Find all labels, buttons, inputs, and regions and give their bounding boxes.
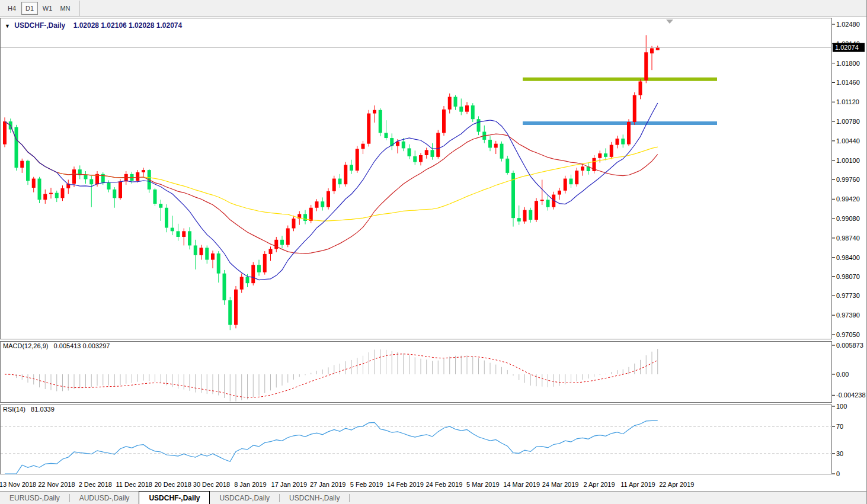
candle — [292, 219, 296, 228]
candle — [644, 52, 648, 80]
candle — [471, 105, 475, 119]
svg-text:1.02074: 1.02074 — [835, 44, 859, 51]
candle — [517, 218, 521, 221]
candle — [234, 290, 238, 325]
candle — [113, 190, 116, 198]
svg-text:0.99420: 0.99420 — [836, 195, 860, 203]
candle — [89, 179, 93, 185]
candle — [361, 144, 365, 149]
svg-text:24 Feb 2019: 24 Feb 2019 — [426, 481, 463, 488]
candle — [465, 105, 469, 112]
svg-text:14 Feb 2019: 14 Feb 2019 — [387, 481, 424, 488]
svg-text:1.01460: 1.01460 — [836, 79, 860, 86]
candle — [188, 231, 191, 245]
candle — [20, 161, 24, 168]
candle — [38, 179, 41, 200]
svg-text:5 Mar 2019: 5 Mar 2019 — [466, 481, 500, 488]
candle — [506, 159, 509, 173]
candle — [546, 200, 550, 207]
candle — [535, 201, 538, 220]
candle — [107, 182, 111, 190]
candle — [436, 133, 440, 157]
svg-text:11 Dec 2018: 11 Dec 2018 — [116, 481, 152, 488]
candle — [459, 107, 463, 112]
candle — [200, 248, 203, 255]
candle — [379, 110, 382, 133]
svg-text:17 Jan 2019: 17 Jan 2019 — [271, 481, 308, 488]
candle — [413, 156, 417, 162]
svg-text:1.01800: 1.01800 — [836, 60, 860, 67]
svg-text:13 Nov 2018: 13 Nov 2018 — [0, 481, 36, 488]
price-chart-canvas[interactable]: 1.024801.021401.018001.014601.011201.007… — [0, 0, 867, 504]
svg-text:1.01120: 1.01120 — [836, 98, 859, 105]
candle — [529, 210, 532, 220]
candle — [344, 165, 347, 184]
svg-text:0.98740: 0.98740 — [836, 235, 860, 242]
candle — [26, 161, 30, 181]
candle — [570, 179, 573, 185]
svg-text:0: 0 — [836, 470, 840, 477]
candle — [402, 142, 405, 149]
candle — [55, 193, 59, 198]
candle — [171, 228, 174, 232]
svg-text:20 Dec 2018: 20 Dec 2018 — [154, 481, 191, 488]
candle — [211, 253, 215, 260]
svg-text:22 Apr 2019: 22 Apr 2019 — [659, 481, 694, 488]
mt4-terminal-window: { "toolbar": { "buttons": [ {"label": "H… — [0, 0, 867, 504]
candle — [217, 253, 220, 274]
candle — [650, 49, 654, 54]
candle — [269, 249, 273, 254]
candle — [240, 277, 244, 290]
svg-text:1.02480: 1.02480 — [836, 21, 860, 28]
candle — [165, 208, 168, 228]
candle — [72, 169, 76, 184]
candle — [303, 214, 307, 221]
candle — [385, 133, 388, 138]
candle — [84, 175, 88, 179]
candle — [477, 119, 481, 131]
candle — [488, 140, 492, 148]
candle — [3, 121, 7, 145]
candle — [350, 165, 353, 171]
candle — [182, 231, 185, 237]
svg-text:0.99080: 0.99080 — [836, 215, 860, 222]
svg-text:2 Dec 2018: 2 Dec 2018 — [79, 481, 112, 488]
candle — [442, 110, 446, 133]
candle — [61, 188, 65, 198]
candle — [142, 170, 145, 172]
candle — [177, 231, 180, 237]
candle — [621, 139, 625, 145]
candle — [32, 179, 36, 188]
candle — [257, 265, 261, 272]
candle — [425, 150, 428, 155]
candle — [159, 204, 162, 208]
candle — [136, 172, 139, 181]
svg-text:14 Mar 2019: 14 Mar 2019 — [503, 481, 540, 488]
candle — [639, 82, 642, 95]
candle — [448, 97, 452, 110]
svg-text:27 Jan 2019: 27 Jan 2019 — [310, 481, 346, 488]
svg-text:70: 70 — [836, 423, 843, 430]
symbol-period-label: USDCHF-,Daily — [14, 21, 65, 30]
svg-text:30 Dec 2018: 30 Dec 2018 — [193, 481, 230, 488]
svg-text:100: 100 — [836, 403, 847, 410]
candle — [494, 144, 498, 148]
candle — [194, 245, 197, 255]
svg-text:0.00: 0.00 — [836, 371, 849, 378]
svg-text:24 Mar 2019: 24 Mar 2019 — [542, 481, 579, 488]
candle — [205, 248, 209, 259]
candle — [356, 149, 359, 171]
candle — [500, 144, 504, 159]
candle — [153, 190, 157, 204]
candle — [604, 153, 607, 157]
candle — [390, 138, 393, 146]
macd-name: MACD(12,26,9) — [3, 342, 48, 349]
candle — [627, 122, 631, 145]
candle — [558, 191, 561, 195]
svg-text:0.97390: 0.97390 — [836, 312, 860, 319]
svg-text:-0.004238: -0.004238 — [836, 391, 866, 399]
svg-text:1.00440: 1.00440 — [836, 137, 860, 145]
candle — [332, 179, 336, 191]
collapse-triangle-icon[interactable]: ▼ — [5, 23, 10, 29]
candle — [321, 201, 324, 207]
